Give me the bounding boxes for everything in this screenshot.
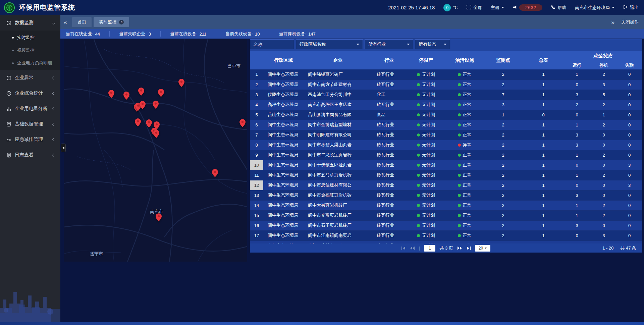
map-pin-icon[interactable] (212, 169, 218, 177)
stat-value: 10 (255, 32, 260, 37)
sidebar-section-data-monitor[interactable]: 数据监测 (0, 15, 60, 31)
table-row[interactable]: 12阆中生态环境局阆中市忠信建材有限公砖瓦行业无计划正常21003 (250, 180, 642, 190)
map-pin-icon[interactable] (153, 130, 159, 138)
announcement-widget[interactable]: 2632 (513, 4, 542, 11)
last-page-button[interactable] (466, 246, 471, 250)
table-row[interactable]: 6阆中生态环境局阆中市金博瑞新型墙材砖瓦行业无计划正常21120 (250, 120, 642, 130)
industry-cell: 砖瓦行业 (372, 79, 406, 90)
tab-bar: « 首页 实时监控 × » 关闭操作 (60, 15, 644, 29)
map-pin-icon[interactable] (146, 119, 152, 127)
city-skyline-decoration (0, 279, 60, 323)
map-pin-icon[interactable] (158, 89, 164, 97)
sidebar-section-base-data[interactable]: 基础数据管理 (0, 116, 60, 132)
limit-status-cell: 无计划 (406, 90, 446, 100)
table-row[interactable]: 10阆中生态环境局阆中千佛镇五郎垭页岩砖瓦行业无计划正常21003 (250, 160, 642, 170)
status-dot (458, 184, 461, 187)
total-pages-label: 共 3 页 (439, 245, 453, 251)
table-row[interactable]: 1阆中生态环境局阆中强锐页岩砖厂砖瓦行业无计划正常21120 (250, 69, 642, 79)
company-cell: 阆中大兴页岩机砖厂 (304, 200, 372, 210)
close-operations-button[interactable]: 关闭操作 (621, 19, 639, 25)
sidebar-section-company-stats[interactable]: 企业综合统计 (0, 86, 60, 101)
map-pin-icon[interactable] (135, 118, 141, 126)
industry-filter-select[interactable]: 所有行业 (365, 39, 413, 49)
sidebar-item-label: 企业电力负荷明细 (17, 60, 52, 66)
status-filter-select[interactable]: 所有状态 (415, 39, 450, 49)
name-filter-input[interactable] (250, 39, 294, 49)
company-cell: 阆中市江南镇阆南页岩 (304, 230, 372, 240)
stat-value: 44 (95, 32, 100, 37)
prev-page-button[interactable] (410, 246, 415, 250)
tab-close-icon[interactable]: × (119, 20, 124, 24)
industry-cell: 砖瓦行业 (372, 100, 406, 110)
map-pin-icon[interactable] (140, 101, 146, 109)
row-index-cell: 9 (250, 150, 263, 160)
stat-offline-companies: 当前失联企业: 3 (110, 31, 161, 37)
table-row[interactable]: 15阆中生态环境局阆中市光富页岩机砖厂砖瓦行业无计划正常21120 (250, 210, 642, 220)
running-count-cell: 1 (564, 200, 590, 210)
chevron-left-icon (52, 92, 56, 95)
table-row[interactable]: 17阆中生态环境局阆中市江南镇阆南页岩砖瓦行业无计划正常21030 (250, 230, 642, 240)
sidebar-section-logs[interactable]: 日志查看 (0, 147, 60, 163)
first-page-button[interactable] (401, 246, 406, 250)
sidebar-section-company-exception[interactable]: 企业异常 (0, 70, 60, 86)
facility-status-cell: 正常 (446, 110, 483, 120)
tab-realtime-monitor[interactable]: 实时监控 × (94, 17, 129, 27)
running-count-cell: 3 (564, 130, 590, 140)
map-collapse-button[interactable] (61, 144, 66, 152)
region-filter-select[interactable]: 行政区域名称 (296, 39, 363, 49)
region-cell: 阆中生态环境局 (263, 180, 304, 190)
table-row[interactable]: 18南部生态环境局南部县建材有限公司砖瓦行业无计划正常21030 (250, 240, 642, 243)
map-pin-icon[interactable] (178, 79, 184, 87)
table-row[interactable]: 14阆中生态环境局阆中大兴页岩机砖厂砖瓦行业无计划正常21120 (250, 200, 642, 210)
table-row[interactable]: 11阆中生态环境局阆中市五马桥页岩机砖砖瓦行业无计划正常21120 (250, 170, 642, 180)
table-row[interactable]: 7阆中生态环境局阆中明阳建材有限公司砖瓦行业无计划正常21300 (250, 130, 642, 140)
table-row[interactable]: 16阆中生态环境局阆中市石子页岩机砖厂砖瓦行业无计划正常21300 (250, 220, 642, 230)
row-index-cell: 1 (250, 69, 263, 79)
tabs-scroll-left-button[interactable]: « (60, 19, 70, 25)
sidebar-section-emergency[interactable]: 应急减排管理 (0, 132, 60, 147)
sidebar-item-video-monitor[interactable]: 视频监控 (0, 44, 60, 57)
map-pin-icon[interactable] (123, 92, 129, 100)
tabs-scroll-right-button[interactable]: » (608, 19, 618, 25)
table-row[interactable]: 5营山生态环境局营山县润丰肉食品有限食品无计划正常10010 (250, 110, 642, 120)
sidebar-item-realtime-monitor[interactable]: 实时监控 (0, 31, 60, 44)
next-page-button[interactable] (457, 246, 462, 250)
monitor-count-cell: 7 (483, 90, 523, 100)
tab-home[interactable]: 首页 (72, 17, 92, 27)
table-row[interactable]: 4高坪生态环境局南充市高坪区王家店建砖瓦行业无计划正常31220 (250, 100, 642, 110)
page-size-value: 20 (479, 246, 483, 251)
map-pin-icon[interactable] (239, 119, 246, 127)
map-pin-icon[interactable] (108, 90, 114, 98)
sidebar-section-power-analysis[interactable]: 企业用电量分析 (0, 101, 60, 116)
table-row[interactable]: 13阆中生态环境局阆中市金福旺页岩机砖砖瓦行业无计划正常21300 (250, 190, 642, 200)
sidebar-item-power-load-detail[interactable]: 企业电力负荷明细 (0, 57, 60, 69)
bar-chart-icon (6, 106, 11, 111)
stat-label: 当前失联企业: (119, 31, 147, 37)
row-index-cell: 10 (250, 160, 263, 170)
table-row[interactable]: 3仪陇生态环境局西南油气田分公司川中化工无计划正常71350 (250, 90, 642, 100)
table-row[interactable]: 2阆中生态环境局阆中市南方节能建材有砖瓦行业无计划正常21030 (250, 79, 642, 90)
page-number-input[interactable] (424, 245, 435, 252)
facility-status-cell: 异常 (446, 140, 483, 150)
theme-dropdown[interactable]: 主题 (491, 5, 504, 11)
table-row[interactable]: 8阆中生态环境局阆中市枣碧大梁山页岩砖瓦行业无计划异常21300 (250, 140, 642, 150)
logout-button[interactable]: 退出 (623, 5, 639, 11)
industry-cell: 砖瓦行业 (372, 240, 406, 243)
right-panel: 行政区域名称 所有行业 所有状态 行政区域 企业 行业 (250, 39, 642, 253)
map-pin-icon[interactable] (138, 88, 144, 96)
table-row[interactable]: 9阆中生态环境局阆中市二龙长宝页岩砖砖瓦行业无计划正常21120 (250, 150, 642, 160)
region-filter-value: 行政区域名称 (300, 41, 326, 47)
meter-count-cell: 1 (523, 180, 564, 190)
sidebar-section-label: 日志查看 (15, 152, 34, 158)
monitor-count-cell: 2 (483, 150, 523, 160)
row-index-cell: 13 (250, 190, 263, 200)
page-size-select[interactable]: 20 (475, 245, 490, 252)
help-button[interactable]: 帮助 (551, 5, 566, 11)
map-pin-icon[interactable] (153, 101, 159, 109)
app-header: 环保用电监管系统 2021-02-25 17:46:18 0 ℃ 全屏 主题 2… (0, 0, 644, 15)
fullscreen-button[interactable]: 全屏 (467, 5, 482, 11)
status-dot (417, 174, 420, 177)
chevron-down-icon (52, 21, 56, 24)
map-canvas[interactable]: 巴中市南充市遂宁市 (64, 39, 247, 262)
org-dropdown[interactable]: 南充市生态环境局 (575, 5, 614, 11)
